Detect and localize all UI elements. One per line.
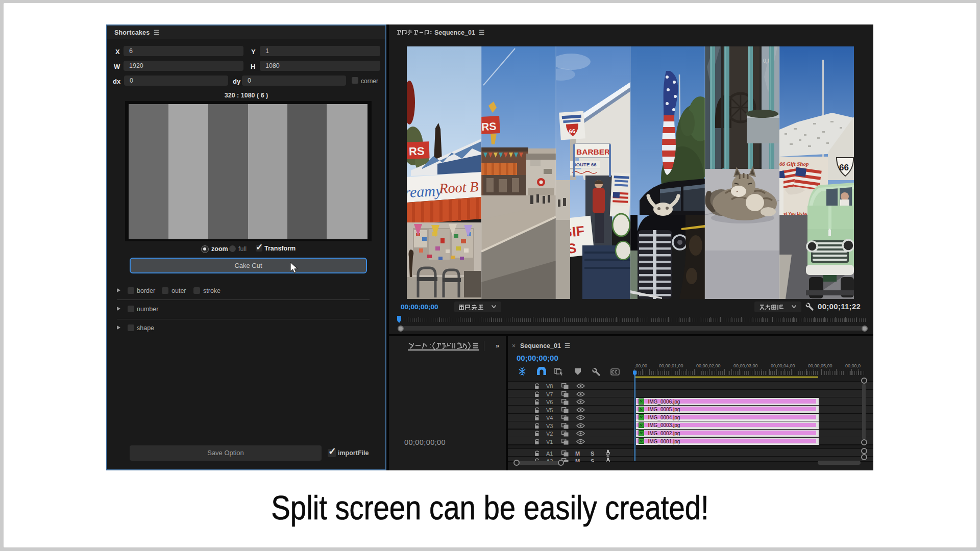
svg-text:ROUTE 66: ROUTE 66	[573, 162, 596, 167]
svg-text:RS: RS	[409, 145, 425, 158]
svg-text:66: 66	[569, 128, 575, 135]
svg-text:BARBER: BARBER	[576, 147, 610, 156]
svg-text:66 Gift Shop: 66 Gift Shop	[779, 161, 809, 167]
svg-text:reamy: reamy	[407, 182, 443, 201]
svg-text:66: 66	[839, 163, 849, 172]
svg-text:Root B: Root B	[438, 179, 479, 196]
svg-text:RS: RS	[481, 120, 497, 132]
